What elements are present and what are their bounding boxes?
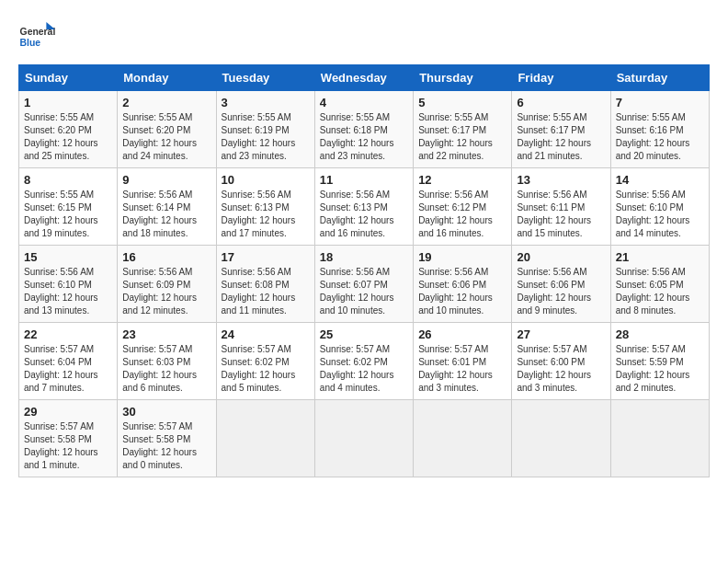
weekday-header: Monday	[118, 65, 216, 91]
day-number: 19	[418, 250, 506, 264]
day-content: Sunrise: 5:55 AM Sunset: 6:17 PM Dayligh…	[517, 111, 605, 163]
calendar-week-row: 8Sunrise: 5:55 AM Sunset: 6:15 PM Daylig…	[19, 168, 710, 246]
day-number: 3	[222, 96, 310, 109]
weekday-header: Tuesday	[216, 65, 314, 91]
day-number: 15	[24, 250, 112, 264]
calendar-cell	[216, 400, 314, 477]
calendar-cell: 23Sunrise: 5:57 AM Sunset: 6:03 PM Dayli…	[118, 323, 216, 400]
calendar-cell: 14Sunrise: 5:56 AM Sunset: 6:10 PM Dayli…	[610, 168, 709, 246]
day-content: Sunrise: 5:57 AM Sunset: 6:01 PM Dayligh…	[418, 343, 506, 395]
calendar-cell: 4Sunrise: 5:55 AM Sunset: 6:18 PM Daylig…	[314, 91, 413, 168]
calendar-cell	[414, 400, 512, 477]
day-number: 26	[418, 327, 506, 341]
day-content: Sunrise: 5:55 AM Sunset: 6:18 PM Dayligh…	[320, 111, 408, 163]
calendar-week-row: 1Sunrise: 5:55 AM Sunset: 6:20 PM Daylig…	[19, 91, 710, 168]
day-number: 27	[517, 327, 605, 341]
day-content: Sunrise: 5:56 AM Sunset: 6:13 PM Dayligh…	[320, 189, 408, 240]
day-number: 8	[24, 173, 112, 187]
day-number: 9	[122, 173, 210, 187]
day-number: 11	[320, 173, 408, 187]
day-number: 1	[24, 96, 112, 109]
calendar-week-row: 15Sunrise: 5:56 AM Sunset: 6:10 PM Dayli…	[19, 246, 710, 323]
day-content: Sunrise: 5:57 AM Sunset: 6:00 PM Dayligh…	[517, 343, 605, 395]
calendar-cell: 10Sunrise: 5:56 AM Sunset: 6:13 PM Dayli…	[216, 168, 314, 246]
weekday-header: Friday	[512, 65, 610, 91]
day-number: 16	[122, 250, 210, 264]
day-content: Sunrise: 5:56 AM Sunset: 6:13 PM Dayligh…	[222, 189, 310, 240]
day-content: Sunrise: 5:57 AM Sunset: 6:02 PM Dayligh…	[222, 343, 310, 395]
calendar-cell: 26Sunrise: 5:57 AM Sunset: 6:01 PM Dayli…	[414, 323, 512, 400]
day-number: 21	[616, 250, 704, 264]
day-content: Sunrise: 5:55 AM Sunset: 6:17 PM Dayligh…	[418, 111, 506, 163]
calendar-cell: 28Sunrise: 5:57 AM Sunset: 5:59 PM Dayli…	[610, 323, 709, 400]
calendar-week-row: 22Sunrise: 5:57 AM Sunset: 6:04 PM Dayli…	[19, 323, 710, 400]
day-content: Sunrise: 5:56 AM Sunset: 6:09 PM Dayligh…	[122, 266, 210, 317]
day-number: 13	[517, 173, 605, 187]
calendar-header-row: SundayMondayTuesdayWednesdayThursdayFrid…	[19, 65, 710, 91]
day-content: Sunrise: 5:57 AM Sunset: 6:03 PM Dayligh…	[122, 343, 210, 395]
calendar-cell: 8Sunrise: 5:55 AM Sunset: 6:15 PM Daylig…	[19, 168, 118, 246]
day-number: 17	[222, 250, 310, 264]
calendar-cell: 24Sunrise: 5:57 AM Sunset: 6:02 PM Dayli…	[216, 323, 314, 400]
svg-text:Blue: Blue	[20, 38, 41, 48]
day-content: Sunrise: 5:56 AM Sunset: 6:10 PM Dayligh…	[24, 266, 112, 317]
day-number: 22	[24, 327, 112, 341]
day-content: Sunrise: 5:55 AM Sunset: 6:19 PM Dayligh…	[222, 111, 310, 163]
calendar-cell: 25Sunrise: 5:57 AM Sunset: 6:02 PM Dayli…	[314, 323, 413, 400]
calendar-cell: 22Sunrise: 5:57 AM Sunset: 6:04 PM Dayli…	[19, 323, 118, 400]
calendar-cell: 17Sunrise: 5:56 AM Sunset: 6:08 PM Dayli…	[216, 246, 314, 323]
day-number: 10	[222, 173, 310, 187]
calendar-cell: 29Sunrise: 5:57 AM Sunset: 5:58 PM Dayli…	[19, 400, 118, 477]
day-number: 18	[320, 250, 408, 264]
day-content: Sunrise: 5:56 AM Sunset: 6:06 PM Dayligh…	[418, 266, 506, 317]
calendar-cell	[314, 400, 413, 477]
day-number: 6	[517, 96, 605, 109]
day-content: Sunrise: 5:56 AM Sunset: 6:06 PM Dayligh…	[517, 266, 605, 317]
day-content: Sunrise: 5:57 AM Sunset: 5:58 PM Dayligh…	[24, 420, 112, 472]
calendar-cell: 7Sunrise: 5:55 AM Sunset: 6:16 PM Daylig…	[610, 91, 709, 168]
day-number: 5	[418, 96, 506, 109]
calendar-cell: 16Sunrise: 5:56 AM Sunset: 6:09 PM Dayli…	[118, 246, 216, 323]
calendar-cell	[610, 400, 709, 477]
calendar-cell: 15Sunrise: 5:56 AM Sunset: 6:10 PM Dayli…	[19, 246, 118, 323]
calendar-cell: 20Sunrise: 5:56 AM Sunset: 6:06 PM Dayli…	[512, 246, 610, 323]
day-content: Sunrise: 5:56 AM Sunset: 6:10 PM Dayligh…	[616, 189, 704, 240]
day-number: 25	[320, 327, 408, 341]
day-number: 28	[616, 327, 704, 341]
day-number: 29	[24, 405, 112, 419]
logo: General Blue	[18, 18, 61, 55]
calendar-cell: 2Sunrise: 5:55 AM Sunset: 6:20 PM Daylig…	[118, 91, 216, 168]
calendar-table: SundayMondayTuesdayWednesdayThursdayFrid…	[18, 64, 710, 477]
day-number: 24	[222, 327, 310, 341]
day-content: Sunrise: 5:56 AM Sunset: 6:11 PM Dayligh…	[517, 189, 605, 240]
calendar-cell: 12Sunrise: 5:56 AM Sunset: 6:12 PM Dayli…	[414, 168, 512, 246]
day-number: 2	[122, 96, 210, 109]
weekday-header: Saturday	[610, 65, 709, 91]
calendar-cell: 5Sunrise: 5:55 AM Sunset: 6:17 PM Daylig…	[414, 91, 512, 168]
page-header: General Blue	[18, 18, 710, 55]
calendar-cell: 19Sunrise: 5:56 AM Sunset: 6:06 PM Dayli…	[414, 246, 512, 323]
day-content: Sunrise: 5:57 AM Sunset: 6:02 PM Dayligh…	[320, 343, 408, 395]
day-number: 20	[517, 250, 605, 264]
weekday-header: Sunday	[19, 65, 118, 91]
day-number: 7	[616, 96, 704, 109]
calendar-week-row: 29Sunrise: 5:57 AM Sunset: 5:58 PM Dayli…	[19, 400, 710, 477]
calendar-cell: 11Sunrise: 5:56 AM Sunset: 6:13 PM Dayli…	[314, 168, 413, 246]
calendar-cell	[512, 400, 610, 477]
day-content: Sunrise: 5:55 AM Sunset: 6:16 PM Dayligh…	[616, 111, 704, 163]
calendar-cell: 21Sunrise: 5:56 AM Sunset: 6:05 PM Dayli…	[610, 246, 709, 323]
day-content: Sunrise: 5:55 AM Sunset: 6:15 PM Dayligh…	[24, 189, 112, 240]
day-number: 23	[122, 327, 210, 341]
day-content: Sunrise: 5:56 AM Sunset: 6:07 PM Dayligh…	[320, 266, 408, 317]
day-number: 12	[418, 173, 506, 187]
calendar-cell: 30Sunrise: 5:57 AM Sunset: 5:58 PM Dayli…	[118, 400, 216, 477]
day-content: Sunrise: 5:57 AM Sunset: 5:59 PM Dayligh…	[616, 343, 704, 395]
day-number: 30	[122, 405, 210, 419]
day-content: Sunrise: 5:56 AM Sunset: 6:08 PM Dayligh…	[222, 266, 310, 317]
day-content: Sunrise: 5:57 AM Sunset: 5:58 PM Dayligh…	[122, 420, 210, 472]
calendar-cell: 6Sunrise: 5:55 AM Sunset: 6:17 PM Daylig…	[512, 91, 610, 168]
day-content: Sunrise: 5:56 AM Sunset: 6:12 PM Dayligh…	[418, 189, 506, 240]
calendar-cell: 27Sunrise: 5:57 AM Sunset: 6:00 PM Dayli…	[512, 323, 610, 400]
calendar-body: 1Sunrise: 5:55 AM Sunset: 6:20 PM Daylig…	[19, 91, 710, 477]
weekday-header: Wednesday	[314, 65, 413, 91]
